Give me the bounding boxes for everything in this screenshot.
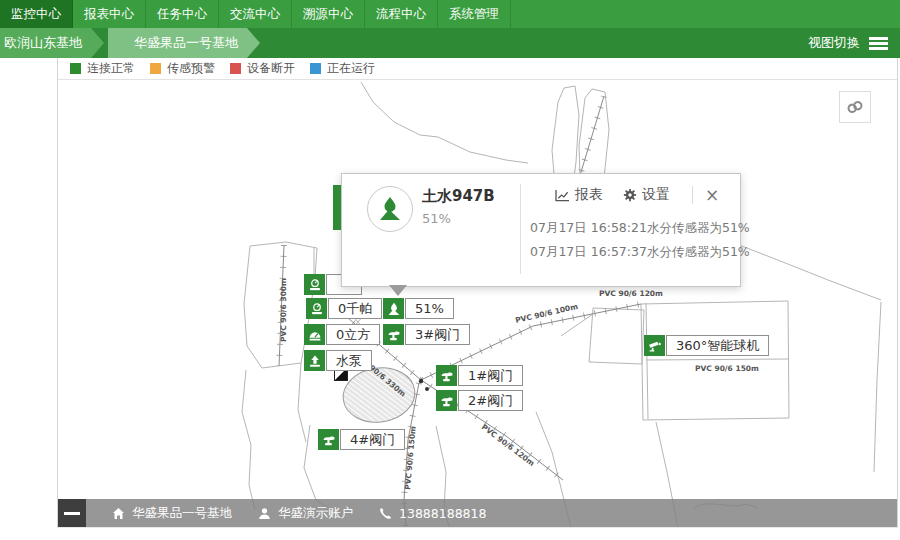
actions-divider	[692, 186, 693, 204]
valve-icon	[318, 429, 339, 450]
link-icon	[845, 97, 865, 117]
moisture-icon	[383, 298, 404, 319]
pipe-label: PVC 90/6 100m	[514, 302, 578, 325]
marker-label: 3#阀门	[405, 324, 470, 345]
chart-icon	[555, 189, 570, 202]
device-value: 51%	[422, 211, 451, 226]
legend-label: 设备断开	[247, 60, 295, 77]
marker-label: 51%	[405, 298, 454, 319]
report-label: 报表	[575, 186, 603, 204]
close-icon[interactable]: ×	[705, 186, 719, 204]
pressure-gauge-icon	[304, 274, 325, 295]
breadcrumb: 欧润山东基地华盛果品一号基地 视图切换	[0, 28, 900, 58]
camera-icon	[644, 335, 665, 356]
breadcrumb-item[interactable]: 欧润山东基地	[0, 28, 104, 58]
device-name: 土水947B	[422, 187, 495, 206]
nav-tab[interactable]: 任务中心	[146, 0, 219, 28]
popup-actions: 报表 设置 ×	[555, 186, 719, 204]
sensor-log-entry: 07月17日 16:57:37水分传感器为51%	[530, 240, 750, 264]
top-nav: 监控中心报表中心任务中心交流中心溯源中心流程中心系统管理	[0, 0, 900, 28]
status-color-swatch	[150, 63, 161, 74]
popup-divider	[520, 184, 521, 274]
marker-label: 水泵	[326, 350, 372, 371]
marker-label: 0立方	[326, 324, 380, 345]
map-area[interactable]: PVC 90/6 300mPVC 90/6 330mPVC 90/6 100mP…	[58, 80, 897, 527]
legend-label: 传感预警	[167, 60, 215, 77]
pump-icon	[304, 350, 325, 371]
popup-accent-bar	[333, 185, 341, 230]
valve-icon	[436, 365, 457, 386]
legend-label: 正在运行	[327, 60, 375, 77]
valve3-marker[interactable]: 3#阀门	[383, 324, 470, 345]
legend-item: 正在运行	[310, 60, 375, 77]
flow-marker[interactable]: 0立方	[304, 324, 380, 345]
breadcrumb-items: 欧润山东基地华盛果品一号基地	[0, 28, 900, 58]
phone-icon	[379, 507, 392, 520]
valve1-marker[interactable]: 1#阀门	[436, 365, 523, 386]
app-window: 监控中心报表中心任务中心交流中心溯源中心流程中心系统管理 欧润山东基地华盛果品一…	[0, 0, 900, 540]
footer-phone-label: 13888188818	[399, 506, 486, 521]
pipe-label: PVC 90/6 150m	[695, 364, 759, 373]
status-legend: 连接正常传感预警设备断开正在运行	[58, 58, 897, 80]
pump-marker[interactable]: 水泵	[304, 350, 372, 371]
legend-item: 设备断开	[230, 60, 295, 77]
nav-tab[interactable]: 交流中心	[219, 0, 292, 28]
settings-label: 设置	[642, 186, 670, 204]
view-switch-button[interactable]: 视图切换	[808, 28, 860, 58]
popup-callout-arrow	[389, 285, 407, 296]
device-popup: 土水947B 51% 报表 设置 × 07月17日 16:58:21水分传感器为…	[341, 173, 741, 287]
legend-item: 传感预警	[150, 60, 215, 77]
soil-moisture-icon	[367, 186, 413, 232]
pipe-label: PVC 90/6 300m	[279, 278, 288, 342]
minus-icon	[64, 512, 80, 515]
sensor-log-entry: 07月17日 16:58:21水分传感器为51%	[530, 216, 750, 240]
pressure-gauge-icon	[306, 298, 327, 319]
home-icon	[112, 507, 125, 520]
legend-item: 连接正常	[70, 60, 135, 77]
marker-label: 360°智能球机	[666, 335, 769, 356]
sensor-log-list: 07月17日 16:58:21水分传感器为51%07月17日 16:57:37水…	[530, 216, 750, 264]
content-frame: 连接正常传感预警设备断开正在运行	[57, 58, 898, 528]
pipe-junction	[425, 387, 429, 391]
valve-icon	[436, 390, 457, 411]
valve-icon	[383, 324, 404, 345]
status-color-swatch	[70, 63, 81, 74]
nav-tab[interactable]: 溯源中心	[292, 0, 365, 28]
footer-account-label: 华盛演示账户	[278, 505, 353, 522]
nav-tab[interactable]: 监控中心	[0, 0, 73, 28]
nav-tab[interactable]: 报表中心	[73, 0, 146, 28]
settings-button[interactable]: 设置	[623, 186, 670, 204]
pressure-marker[interactable]: 0千帕	[306, 298, 382, 319]
field-map-canvas[interactable]: PVC 90/6 300mPVC 90/6 330mPVC 90/6 100mP…	[58, 80, 897, 527]
nav-tab[interactable]: 系统管理	[438, 0, 511, 28]
footer-base[interactable]: 华盛果品一号基地	[112, 505, 232, 522]
footer-base-label: 华盛果品一号基地	[132, 505, 232, 522]
link-button[interactable]	[839, 91, 871, 123]
pipe-junction	[419, 379, 423, 383]
moisture-marker[interactable]: 51%	[383, 298, 454, 319]
flow-meter-icon	[304, 324, 325, 345]
footer-account[interactable]: 华盛演示账户	[258, 505, 353, 522]
pipe-label: PVC 90/6 120m	[599, 289, 663, 298]
gear-icon	[623, 188, 637, 202]
report-button[interactable]: 报表	[555, 186, 603, 204]
status-color-swatch	[230, 63, 241, 74]
marker-label: 2#阀门	[458, 390, 523, 411]
footer-phone[interactable]: 13888188818	[379, 506, 486, 521]
camera-marker[interactable]: 360°智能球机	[644, 335, 769, 356]
nav-tab[interactable]: 流程中心	[365, 0, 438, 28]
legend-label: 连接正常	[87, 60, 135, 77]
pipe-label: PVC 90/6 150m	[403, 426, 418, 491]
user-icon	[258, 507, 271, 520]
marker-label: 0千帕	[328, 298, 382, 319]
pipe-label: PVC 90/6 120m	[480, 422, 537, 468]
marker-label: 4#阀门	[340, 429, 405, 450]
valve4-marker[interactable]: 4#阀门	[318, 429, 405, 450]
status-color-swatch	[310, 63, 321, 74]
footer-bar: 华盛果品一号基地 华盛演示账户 13888188818	[58, 499, 897, 527]
breadcrumb-item[interactable]: 华盛果品一号基地	[108, 28, 260, 58]
marker-label: 1#阀门	[458, 365, 523, 386]
menu-icon[interactable]	[869, 37, 888, 52]
collapse-button[interactable]	[58, 499, 86, 527]
valve2-marker[interactable]: 2#阀门	[436, 390, 523, 411]
